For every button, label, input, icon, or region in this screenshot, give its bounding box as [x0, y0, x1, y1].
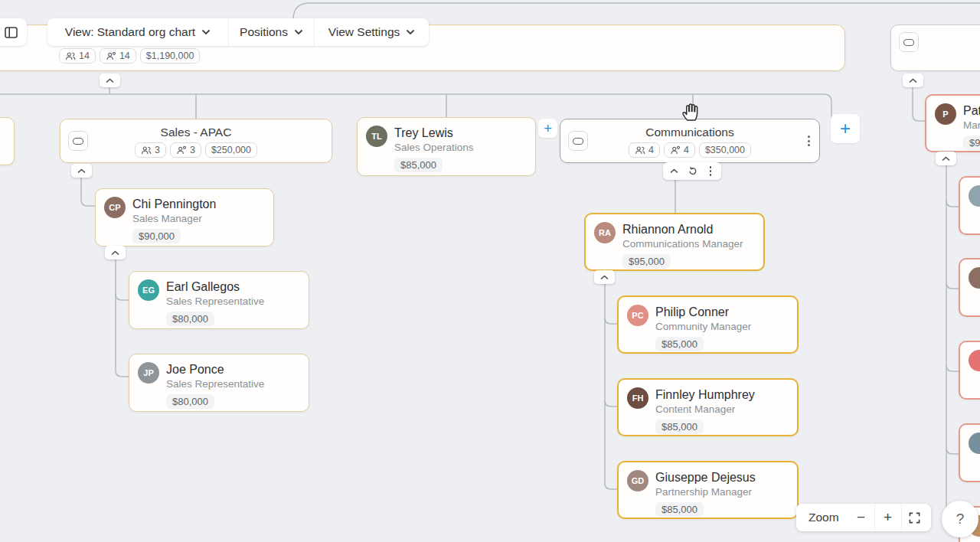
avatar — [969, 185, 980, 207]
zoom-label: Zoom — [796, 511, 848, 524]
org-chart-canvas[interactable]: 14 14 $1,190,000 Sales - APAC — [0, 0, 980, 542]
group-card-communications[interactable]: Communications 4 4 $350,000 — [560, 119, 820, 163]
view-toolbar: View: Standard org chart Positions View … — [47, 18, 429, 46]
collapse-button-right-group[interactable] — [903, 73, 923, 87]
chevron-up-icon — [77, 168, 86, 174]
fullscreen-button[interactable] — [902, 504, 928, 531]
refresh-button[interactable] — [683, 162, 701, 180]
collapse-card-icon[interactable] — [899, 32, 919, 52]
zoom-out-button[interactable]: − — [848, 504, 874, 531]
person-role: Content Manager — [655, 403, 755, 416]
refresh-icon — [688, 166, 697, 176]
person-card-giuseppe-dejesus[interactable]: GD Giuseppe Dejesus Partnership Manager … — [617, 461, 799, 519]
person-card-right-clipped[interactable] — [959, 176, 980, 235]
person-card-earl-gallegos[interactable]: EG Earl Gallegos Sales Representative $8… — [129, 271, 309, 329]
help-button[interactable]: ? — [942, 501, 978, 537]
add-node-button[interactable]: + — [831, 114, 860, 143]
person-card-finnley-humphrey[interactable]: FH Finnley Humphrey Content Manager $85,… — [617, 378, 799, 436]
group-title: Communications — [645, 126, 733, 139]
people-count-badge: 14 — [59, 48, 96, 64]
view-settings-dropdown[interactable]: View Settings — [315, 18, 429, 46]
salary-badge: $95,000 — [622, 254, 671, 269]
person-card-right-clipped[interactable] — [959, 423, 980, 482]
person-role: Community Manager — [655, 320, 751, 333]
person-name: Philip Conner — [655, 305, 751, 319]
people-icon — [635, 145, 645, 155]
person-card-joe-ponce[interactable]: JP Joe Ponce Sales Representative $80,00… — [129, 354, 309, 412]
collapse-button-root[interactable] — [100, 73, 120, 87]
person-name: Trey Lewis — [394, 126, 474, 140]
position-icon — [176, 145, 187, 155]
group-title: Sales - APAC — [161, 126, 232, 139]
salary-badge: $90,000 — [132, 229, 181, 243]
positions-dropdown-label: Positions — [240, 25, 288, 39]
salary-badge: $95,0 — [963, 136, 980, 150]
positions-count-badge: 3 — [170, 142, 201, 158]
chevron-up-icon — [909, 78, 917, 83]
budget-badge: $250,000 — [205, 142, 257, 158]
clipped-node-left[interactable] — [0, 117, 15, 165]
zoom-toolbar: Zoom − + — [796, 504, 931, 531]
kebab-menu-icon[interactable] — [808, 136, 810, 146]
person-name: Giuseppe Dejesus — [655, 470, 756, 485]
position-icon — [670, 145, 681, 155]
avatar: EG — [138, 279, 159, 301]
budget-badge: $350,000 — [699, 142, 751, 158]
avatar: FH — [627, 387, 648, 409]
chevron-down-icon — [294, 29, 303, 35]
salary-badge: $85,000 — [655, 420, 704, 434]
person-card-philip-conner[interactable]: PC Philip Conner Community Manager $85,0… — [617, 295, 799, 354]
collapse-card-icon[interactable] — [568, 131, 588, 151]
salary-badge: $85,000 — [655, 502, 704, 517]
chevron-down-icon — [201, 29, 211, 35]
person-role: Communications Manager — [622, 237, 743, 250]
collapse-button-communications[interactable] — [665, 162, 683, 180]
position-icon — [106, 51, 116, 61]
salary-badge: $80,000 — [166, 312, 214, 326]
fullscreen-icon — [909, 512, 920, 524]
avatar: GD — [627, 470, 648, 491]
person-card-rhiannon-arnold[interactable]: RA Rhiannon Arnold Communications Manage… — [584, 213, 765, 271]
people-icon — [65, 51, 76, 61]
avatar: CP — [104, 197, 126, 218]
avatar: JP — [138, 362, 159, 384]
person-card-trey-lewis[interactable]: TL Trey Lewis Sales Operations $85,000 — [357, 117, 536, 176]
person-name: Joe Ponce — [166, 362, 264, 377]
collapse-button-sales-apac[interactable] — [71, 164, 92, 178]
positions-dropdown[interactable]: Positions — [229, 18, 314, 46]
collapse-button-chi[interactable] — [105, 246, 126, 260]
chevron-up-icon — [111, 250, 119, 256]
person-card-chi-pennington[interactable]: CP Chi Pennington Sales Manager $90,000 — [95, 188, 274, 247]
avatar: PC — [627, 305, 648, 326]
zoom-in-button[interactable]: + — [875, 504, 901, 531]
node-mini-toolbar — [663, 162, 721, 180]
chevron-up-icon — [942, 156, 950, 162]
person-name: Finnley Humphrey — [655, 387, 755, 402]
salary-badge: $85,000 — [394, 158, 443, 172]
person-card-patricia-clipped[interactable]: P Patri Marke $95,0 — [925, 94, 980, 152]
person-name: Rhiannon Arnold — [622, 222, 743, 237]
avatar: P — [935, 103, 956, 125]
person-role: Sales Manager — [132, 212, 216, 225]
person-role: Partnership Manager — [655, 485, 756, 498]
people-icon — [141, 145, 152, 155]
positions-count-badge: 14 — [100, 48, 136, 64]
view-dropdown-label: View: Standard org chart — [65, 25, 195, 39]
add-node-button[interactable]: + — [538, 119, 557, 138]
avatar — [969, 350, 980, 371]
group-card-right-clipped[interactable] — [890, 24, 980, 71]
salary-badge: $80,000 — [166, 394, 214, 409]
sidebar-toggle-icon — [5, 27, 18, 38]
collapse-button-patricia[interactable] — [936, 152, 956, 165]
group-card-sales-apac[interactable]: Sales - APAC 3 3 $250,000 — [60, 119, 332, 163]
person-card-right-clipped[interactable] — [959, 258, 980, 317]
people-count-badge: 3 — [135, 142, 166, 158]
collapse-card-icon[interactable] — [68, 131, 88, 151]
person-card-right-clipped[interactable] — [959, 341, 980, 400]
sidebar-toggle-button[interactable] — [0, 18, 27, 46]
collapse-button-rhiannon[interactable] — [594, 270, 615, 284]
view-dropdown[interactable]: View: Standard org chart — [47, 18, 228, 46]
budget-badge: $1,190,000 — [140, 48, 201, 64]
kebab-menu-icon[interactable] — [701, 162, 720, 180]
person-role: Marke — [963, 119, 980, 132]
